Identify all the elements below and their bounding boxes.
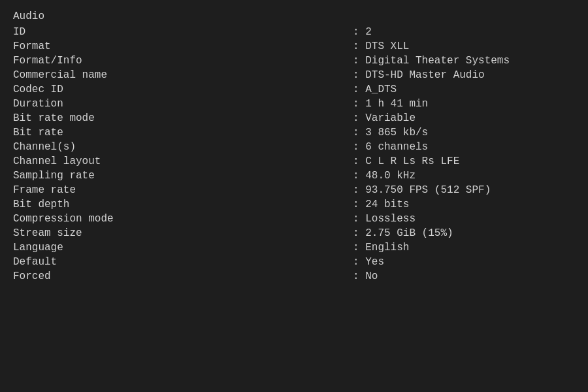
row-colon: : 93.750 FPS (512 SPF) [353,183,575,197]
row-label: Default [13,255,353,269]
table-row: Channel layout: C L R Ls Rs LFE [13,154,575,169]
row-label: Bit depth [13,197,353,212]
row-colon: : Lossless [353,212,575,226]
table-row: Language: English [13,240,575,255]
row-label: Codec ID [13,82,353,97]
table-row: Stream size: 2.75 GiB (15%) [13,226,575,240]
table-row: Frame rate: 93.750 FPS (512 SPF) [13,183,575,197]
table-row: ID: 2 [13,25,575,39]
row-colon: : A_DTS [353,82,575,97]
table-row: Channel(s): 6 channels [13,140,575,154]
row-label: Channel layout [13,154,353,169]
table-row: Commercial name: DTS-HD Master Audio [13,68,575,82]
row-colon: : C L R Ls Rs LFE [353,154,575,169]
table-row: Bit rate: 3 865 kb/s [13,125,575,140]
row-label: Stream size [13,226,353,240]
row-label: Language [13,240,353,255]
table-row: Codec ID: A_DTS [13,82,575,97]
row-colon: : Variable [353,111,575,125]
row-colon: : English [353,240,575,255]
row-colon: : Digital Theater Systems [353,54,575,68]
table-row: Format: DTS XLL [13,39,575,54]
row-label: Bit rate [13,125,353,140]
row-colon: : 2 [353,25,575,39]
row-colon: : DTS XLL [353,39,575,54]
table-row: Duration: 1 h 41 min [13,97,575,111]
table-row: Format/Info: Digital Theater Systems [13,54,575,68]
row-label: Compression mode [13,212,353,226]
row-label: Sampling rate [13,169,353,183]
row-label: ID [13,25,353,39]
table-row: Bit rate mode: Variable [13,111,575,125]
info-table: ID: 2Format: DTS XLLFormat/Info: Digital… [13,25,575,284]
row-colon: : 2.75 GiB (15%) [353,226,575,240]
row-colon: : DTS-HD Master Audio [353,68,575,82]
table-row: Bit depth: 24 bits [13,197,575,212]
row-colon: : 6 channels [353,140,575,154]
row-colon: : No [353,269,575,284]
row-label: Format/Info [13,54,353,68]
row-label: Channel(s) [13,140,353,154]
row-colon: : 48.0 kHz [353,169,575,183]
row-label: Frame rate [13,183,353,197]
row-label: Duration [13,97,353,111]
table-row: Default: Yes [13,255,575,269]
row-label: Forced [13,269,353,284]
row-label: Commercial name [13,68,353,82]
row-label: Format [13,39,353,54]
table-row: Compression mode: Lossless [13,212,575,226]
row-colon: : 3 865 kb/s [353,125,575,140]
section-title: Audio [13,10,575,22]
row-colon: : 24 bits [353,197,575,212]
table-row: Forced: No [13,269,575,284]
row-label: Bit rate mode [13,111,353,125]
table-row: Sampling rate: 48.0 kHz [13,169,575,183]
row-colon: : 1 h 41 min [353,97,575,111]
row-colon: : Yes [353,255,575,269]
